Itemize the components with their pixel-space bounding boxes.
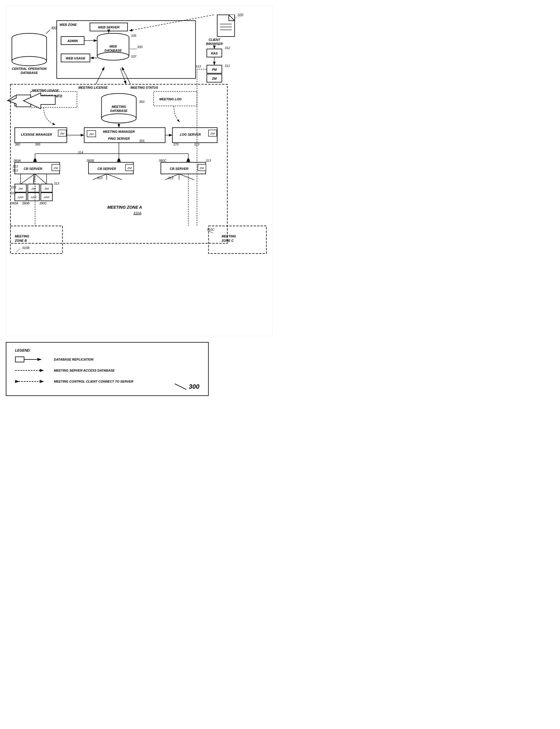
ref-313-cbc: 313 <box>206 159 211 162</box>
web-server-label: WEB SERVER <box>98 26 119 29</box>
ref-313-apps1: 313 <box>11 186 16 189</box>
meeting-log-label: MEETING LOG <box>159 97 182 101</box>
svg-marker-101 <box>40 369 44 372</box>
cb-server-c-label: CB SERVER <box>170 167 188 170</box>
meeting-license-label: MEETING LICENSE <box>78 86 108 89</box>
legend-meeting-server-text: MEETING SERVER ACCESS DATABASE <box>54 369 114 372</box>
cb-server-b-label: CB SERVER <box>97 167 116 170</box>
svg-line-5 <box>46 30 50 34</box>
ref-313-apps3: 313 <box>54 182 59 185</box>
svg-line-89 <box>208 231 213 233</box>
ref-300-label: 300 <box>51 26 57 30</box>
app-zm3: ZM <box>44 187 49 190</box>
central-db-label: CENTRAL OPERATION <box>12 67 47 70</box>
ref-390b: 390B <box>22 201 30 205</box>
ref-313-cba1: 313 <box>12 165 18 168</box>
ref-330: 330 <box>137 45 143 49</box>
ref-390a: 390A <box>11 201 18 205</box>
svg-line-77 <box>21 174 35 184</box>
svg-marker-104 <box>40 380 44 383</box>
mm-zm-badge: ZM <box>89 132 94 136</box>
svg-marker-66 <box>186 158 190 162</box>
legend-box: LEGEND: DATABASE REPLICATION MEETING SER… <box>6 342 209 396</box>
meeting-zone-b-label1: MEETING <box>15 235 29 238</box>
ref-360: 360 <box>15 143 20 146</box>
app-app3: APP <box>43 196 50 199</box>
ref-350: 350 <box>139 100 145 103</box>
ref-311: 311 <box>225 64 230 68</box>
legend-db-replication-text: DATABASE REPLICATION <box>54 358 93 361</box>
pm-label: PM <box>212 68 217 71</box>
meeting-db-label2: DATABASE <box>110 109 128 112</box>
app-app2: APP <box>30 196 37 199</box>
ref-380b: 380B <box>86 159 94 162</box>
svg-marker-64 <box>33 158 37 162</box>
meeting-zone-b-label2: ZONE B <box>14 239 27 242</box>
app-zm1: ZM <box>18 187 23 190</box>
ref-370: 370 <box>173 143 179 146</box>
architecture-diagram: 300 CENTRAL OPERATION DATABASE WEB ZONE … <box>6 6 272 336</box>
svg-line-79 <box>35 174 47 184</box>
ref-313-ls: 313 <box>194 143 199 146</box>
ref-380a: 380A <box>13 159 21 162</box>
svg-line-23 <box>235 17 237 18</box>
ping-server-label: PING SERVER <box>108 137 130 140</box>
cbc-zm-badge: ZM <box>199 166 204 170</box>
cbb-zm-badge: ZM <box>127 166 132 170</box>
meeting-zone-c-label1: MEETING <box>221 235 236 238</box>
meeting-zone-a-label: MEETING ZONE A <box>107 205 142 210</box>
ref-335: 335 <box>131 34 137 37</box>
client-browser-label2: BROWSER <box>206 42 223 46</box>
log-server-label: LOG SERVER <box>180 133 201 136</box>
ref-310b: 310B <box>22 246 30 250</box>
ls-zm-badge: ZM <box>210 132 215 135</box>
ref-313-cbb: 313 <box>97 176 102 180</box>
legend-ref-300: 300 <box>189 383 199 390</box>
web-zone-label: WEB ZONE <box>60 23 77 26</box>
web-usage-label: WEB USAGE <box>66 57 86 60</box>
svg-marker-65 <box>117 158 121 162</box>
ref-355: 355 <box>139 139 145 143</box>
svg-line-87 <box>16 248 20 252</box>
ref-312: 312 <box>225 46 230 50</box>
ref-337: 337 <box>131 55 137 58</box>
legend-title: LEGEND: <box>15 348 199 352</box>
svg-line-85 <box>179 174 194 180</box>
ref-313-cba2: 313 <box>12 169 18 172</box>
ref-313-pm: 313 <box>196 65 201 68</box>
diagram-container: 300 CENTRAL OPERATION DATABASE WEB ZONE … <box>6 6 272 396</box>
central-db-label2: DATABASE <box>21 71 38 74</box>
svg-line-105 <box>175 384 186 390</box>
svg-rect-88 <box>208 226 266 254</box>
svg-line-82 <box>107 174 122 180</box>
ref-320: 320 <box>237 13 243 17</box>
cb-server-a-label: CB SERVER <box>24 167 42 170</box>
svg-point-16 <box>97 52 129 60</box>
web-database-label: WEB <box>109 45 117 48</box>
cba-zm-badge: ZM <box>53 166 58 170</box>
meeting-zone-c-label2: ZONE C <box>221 239 234 242</box>
ref-365: 365 <box>35 143 41 146</box>
legend-item-db-replication: DATABASE REPLICATION <box>15 357 199 362</box>
meeting-status-label: MEETING STATUS <box>130 86 158 89</box>
web-database-label2: DATABASE <box>105 49 122 52</box>
ref-380c: 380C <box>159 159 166 162</box>
zm-pm-label: ZM <box>212 77 217 80</box>
meeting-db-label: MEETING <box>112 105 126 108</box>
lm-zm-badge: ZM <box>60 132 64 135</box>
ras-label: RAS <box>211 52 218 55</box>
meeting-manager-label: MEETING MANAGER <box>103 130 135 133</box>
svg-point-4 <box>12 57 47 66</box>
ref-313-cbc2: 313 <box>168 176 173 180</box>
ref-313-apps2: 313 <box>11 191 16 195</box>
ref-310c: 310C <box>207 228 214 231</box>
ref-390c: 390C <box>39 201 47 205</box>
client-browser-label: CLIENT <box>209 38 221 41</box>
legend-item-meeting-server: MEETING SERVER ACCESS DATABASE <box>15 368 199 373</box>
admin-label: ADMIN <box>67 39 78 43</box>
svg-point-43 <box>101 114 136 123</box>
legend-meeting-control-text: MEETING CONTROL CLIENT CONNECT TO SERVER <box>54 380 133 383</box>
ref-310a: 310A <box>133 211 141 215</box>
license-manager-label: LICENSE MANAGER <box>21 133 52 136</box>
svg-marker-99 <box>37 358 42 361</box>
